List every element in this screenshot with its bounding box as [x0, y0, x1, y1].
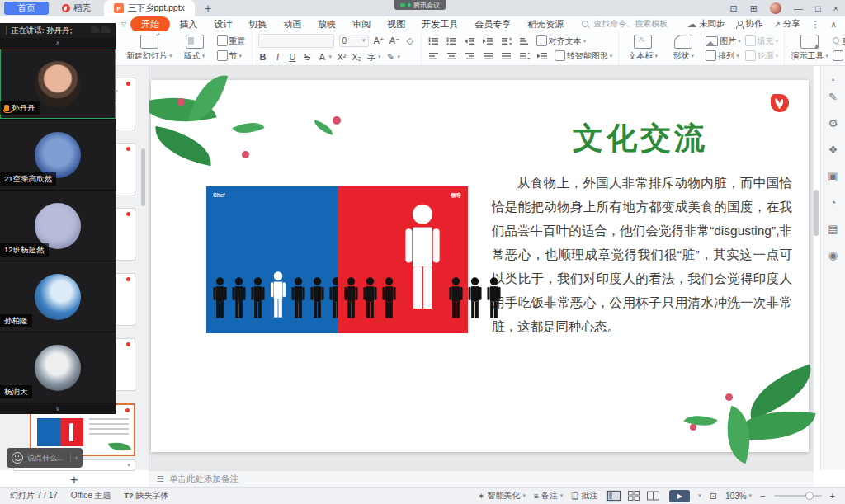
tab-document[interactable]: P 三下乡ppt.pptx [104, 0, 195, 16]
canvas-vertical-scrollbar[interactable] [814, 190, 819, 236]
participant-tile[interactable]: 孙丹丹 [0, 49, 116, 120]
numbering-button[interactable] [446, 35, 459, 46]
strikethrough-button[interactable]: S [303, 52, 313, 62]
justify-button[interactable] [482, 50, 495, 61]
participant-tile[interactable]: 孙柏隆 [0, 261, 116, 332]
thumbnail-scrollbar[interactable] [141, 148, 145, 206]
italic-button[interactable]: I [273, 52, 283, 62]
bullets-button[interactable] [427, 35, 441, 46]
text-box-button[interactable]: 文本框▾ [625, 35, 661, 62]
increase-indent-button[interactable] [482, 35, 495, 46]
add-slide-button[interactable]: + [0, 473, 149, 488]
slide-image-east-west-boss[interactable]: Chef 领导 [206, 186, 468, 333]
text-sort-button[interactable] [518, 35, 531, 46]
slide-layout-button[interactable]: 版式▾ [177, 35, 213, 62]
beautify-pen-icon[interactable]: ✎ [828, 92, 838, 102]
text-direction-button[interactable] [500, 35, 513, 46]
maximize-button[interactable]: □ [815, 3, 821, 13]
meeting-floating-bar[interactable]: 腾讯会议 [394, 0, 446, 10]
underline-button[interactable]: U [288, 52, 298, 62]
collapse-participants-arrow[interactable]: ∧ [0, 38, 116, 49]
ribbon-tab[interactable]: 开始 [130, 16, 170, 32]
slide-body-text[interactable]: 从食物上，外国人非常排斥动物内脏，而中国恰恰是能把动物身上所有地方都变成美食的国… [492, 171, 792, 338]
new-slide-button[interactable]: 新建幻灯片▾ [126, 35, 172, 62]
clear-format-button[interactable]: ◇ [405, 35, 415, 46]
paragraph-settings-button[interactable] [536, 50, 550, 61]
zoom-slider-knob[interactable] [805, 492, 814, 500]
new-tab-button[interactable]: + [205, 2, 211, 14]
ribbon-tab[interactable]: 审阅 [345, 16, 378, 32]
ribbon-tab[interactable]: 切换 [241, 16, 274, 32]
superscript-button[interactable]: X² [337, 52, 347, 62]
ribbon-dropdown-caret[interactable]: ▽ [121, 21, 126, 28]
ribbon-tab[interactable]: 插入 [172, 16, 205, 32]
timer-icon[interactable]: ◔ [830, 197, 837, 208]
font-name-select[interactable] [258, 34, 334, 48]
emoji-icon[interactable] [12, 452, 23, 464]
subscript-button[interactable]: X₂ [352, 52, 361, 62]
reset-slide-button[interactable]: 重置 [217, 35, 246, 47]
arrange-button[interactable]: 排列▾ [706, 50, 741, 62]
notes-bar[interactable]: ☰ 单击此处添加备注 [149, 470, 814, 487]
chat-collapse-icon[interactable]: ‹ [75, 454, 78, 462]
minimize-button[interactable]: — [794, 3, 803, 13]
ribbon-tab[interactable]: 设计 [206, 16, 239, 32]
participant-tile[interactable]: 12班杨超然 [0, 191, 116, 261]
expand-participants-arrow[interactable]: ∨ [0, 403, 116, 414]
slideshow-options-caret[interactable]: ▾ [698, 492, 701, 499]
align-center-button[interactable] [446, 50, 459, 61]
decrease-indent-button[interactable] [464, 35, 477, 46]
missing-font-warning[interactable]: T?缺失字体 [125, 490, 169, 502]
participant-tile[interactable]: 21空乘高欣然 [0, 120, 116, 191]
font-color-button[interactable]: A▾ [318, 52, 333, 62]
more-options-icon[interactable]: ⋮ [811, 19, 820, 29]
ribbon-tab[interactable]: 视图 [380, 16, 413, 32]
slide-canvas[interactable]: 文化交流 从食物上，外国人非常排斥动物内脏，而中国恰恰是能把动物身上所有地方都变… [151, 80, 809, 452]
smart-beautify-button[interactable]: ✶智能美化▾ [478, 490, 526, 502]
text-effect-button[interactable]: 字▾ [366, 51, 381, 64]
presentation-tools-button[interactable]: 演示工具▾ [791, 35, 828, 62]
media-pane-icon[interactable]: ▤ [828, 224, 838, 234]
zoom-out-button[interactable]: − [760, 491, 765, 501]
slide-sorter-view-button[interactable] [625, 490, 641, 502]
section-button[interactable]: 节▾ [217, 50, 246, 62]
to-smart-graphic-button[interactable]: 转智能图形▾ [555, 50, 613, 62]
comments-button[interactable]: ❏批注 [571, 490, 597, 502]
highlight-button[interactable]: ✎▾ [386, 52, 401, 63]
participant-tile[interactable]: 杨润天 [0, 332, 116, 403]
share-button[interactable]: ↗分享 [773, 18, 800, 30]
collapse-ribbon-icon[interactable]: ∧ [830, 19, 837, 29]
ribbon-tab[interactable]: 放映 [310, 16, 343, 32]
theme-name[interactable]: Office 主题 [71, 490, 111, 502]
ribbon-tab[interactable]: 动画 [276, 16, 309, 32]
align-text-button[interactable]: 对齐文本▾ [536, 35, 587, 47]
close-button[interactable]: × [833, 3, 838, 13]
zoom-level[interactable]: 103%▾ [725, 492, 752, 501]
distribute-button[interactable] [500, 50, 513, 61]
theme-pane-icon[interactable]: ◉ [828, 250, 838, 261]
properties-icon[interactable]: ⚙ [828, 118, 838, 129]
grow-font-button[interactable]: A⁺ [374, 35, 385, 46]
replace-button[interactable]: 替换▾ [833, 50, 845, 62]
user-avatar[interactable] [770, 2, 781, 14]
bold-button[interactable]: B [258, 52, 268, 62]
font-size-select[interactable]: 0▾ [339, 35, 369, 47]
shape-fill-button[interactable]: 填充▾ [745, 35, 779, 47]
line-spacing-button[interactable] [518, 50, 531, 61]
tab-home[interactable]: 首页 [4, 2, 49, 15]
ribbon-tab[interactable]: 稻壳资源 [520, 16, 571, 32]
rail-collapse-caret[interactable]: ▴ [832, 76, 835, 82]
find-button[interactable]: 查找 [833, 35, 845, 47]
sync-status[interactable]: ☁未同步 [687, 18, 725, 30]
normal-view-button[interactable] [606, 490, 621, 502]
slideshow-play-button[interactable]: ▶ [669, 490, 690, 502]
ribbon-tab[interactable]: 开发工具 [414, 16, 465, 32]
fit-slide-icon[interactable]: ⊡ [710, 491, 717, 502]
layout-mode-icon[interactable]: ⊡ [729, 3, 737, 14]
meeting-overlay-panel[interactable]: 正在讲话: 孙丹丹; ∧ 孙丹丹21空乘高欣然12班杨超然孙柏隆杨润天 ∨ [0, 23, 116, 412]
shape-outline-button[interactable]: 轮廓▾ [745, 50, 779, 62]
ribbon-tab[interactable]: 会员专享 [467, 16, 518, 32]
layout-pane-icon[interactable]: ▣ [828, 171, 838, 181]
notes-toggle-button[interactable]: ≡备注▾ [534, 490, 563, 502]
effects-icon[interactable]: ❖ [828, 144, 838, 155]
